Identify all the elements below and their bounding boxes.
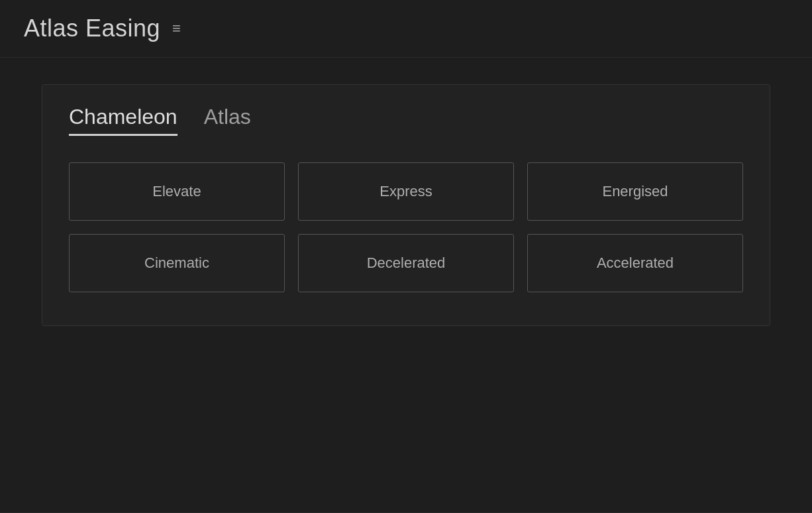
tab-bar: Chameleon Atlas — [69, 105, 743, 136]
panel: Chameleon Atlas Elevate Express Energise… — [42, 84, 770, 326]
easing-grid: Elevate Express Energised Cinematic Dece… — [69, 162, 743, 292]
cinematic-button[interactable]: Cinematic — [69, 234, 285, 292]
elevate-button[interactable]: Elevate — [69, 162, 285, 221]
app-title: Atlas Easing — [24, 15, 160, 42]
main-content: Chameleon Atlas Elevate Express Energise… — [0, 58, 812, 499]
tab-atlas[interactable]: Atlas — [204, 105, 251, 136]
menu-icon[interactable]: ≡ — [172, 21, 181, 36]
accelerated-button[interactable]: Accelerated — [527, 234, 743, 292]
header: Atlas Easing ≡ — [0, 0, 812, 58]
app-container: Atlas Easing ≡ Chameleon Atlas Elevate E… — [0, 0, 812, 513]
decelerated-button[interactable]: Decelerated — [298, 234, 514, 292]
energised-button[interactable]: Energised — [527, 162, 743, 221]
express-button[interactable]: Express — [298, 162, 514, 221]
tab-chameleon[interactable]: Chameleon — [69, 105, 178, 136]
